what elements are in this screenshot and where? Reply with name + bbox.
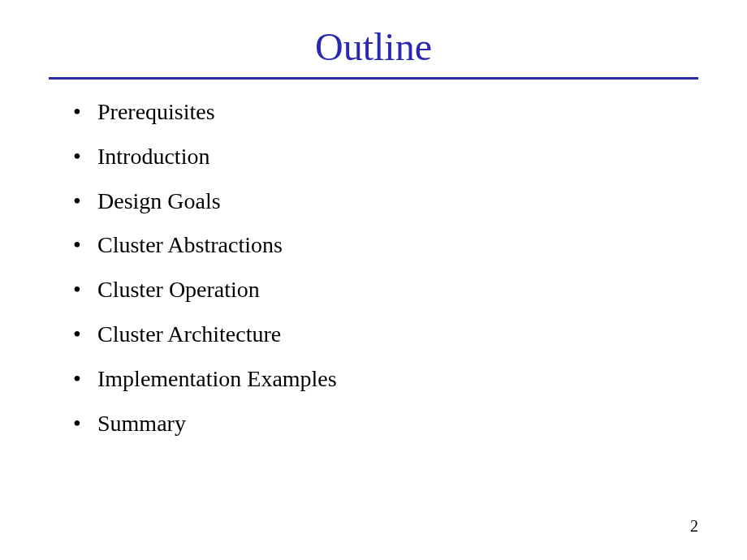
- list-item: Cluster Abstractions: [73, 227, 698, 264]
- slide-title: Outline: [49, 24, 698, 69]
- list-item: Cluster Architecture: [73, 317, 698, 353]
- list-item: Summary: [73, 406, 698, 442]
- list-item: Design Goals: [73, 183, 698, 220]
- page-number: 2: [690, 517, 698, 536]
- title-divider: [49, 77, 698, 80]
- list-item: Cluster Operation: [73, 272, 698, 308]
- list-item: Introduction: [73, 139, 698, 175]
- list-item: Implementation Examples: [73, 361, 698, 398]
- list-item: Prerequisites: [73, 94, 698, 131]
- bullet-list: Prerequisites Introduction Design Goals …: [49, 94, 698, 442]
- slide-container: Outline Prerequisites Introduction Desig…: [0, 0, 747, 560]
